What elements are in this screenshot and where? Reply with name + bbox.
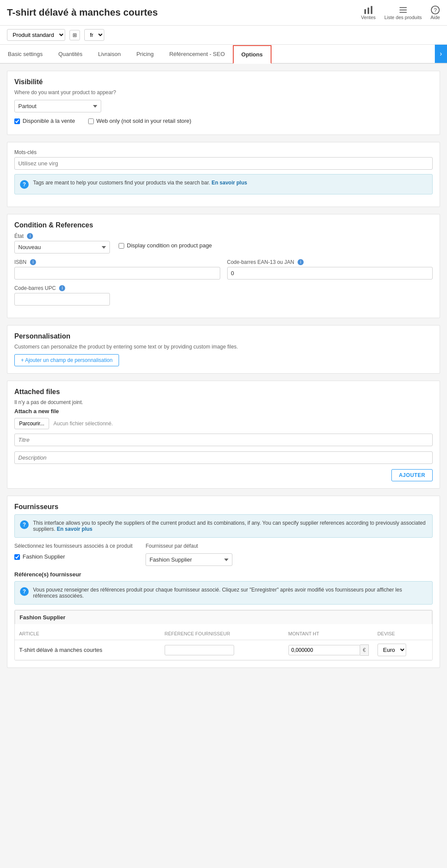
disponible-checkbox[interactable] xyxy=(14,118,20,124)
etat-select[interactable]: Nouveau xyxy=(14,241,110,253)
tab-next-arrow[interactable]: › xyxy=(435,45,447,63)
tabs-bar: Basic settings Quantités Livraison Prici… xyxy=(0,45,447,64)
select-fournisseurs-label: Sélectionnez les fournisseurs associés à… xyxy=(14,543,132,549)
personalisation-section: Personnalisation Customers can personali… xyxy=(7,325,440,374)
mots-cles-section: Mots-clés ? Tags are meant to help your … xyxy=(7,142,440,207)
svg-rect-1 xyxy=(368,8,369,14)
webonly-checkbox[interactable] xyxy=(88,118,94,124)
tab-seo[interactable]: Référencement - SEO xyxy=(162,46,233,62)
no-file-text: Aucun fichier sélectionné. xyxy=(53,421,113,427)
fashion-supplier-label: Fashion Supplier xyxy=(23,553,65,560)
fournisseurs-info-icon: ? xyxy=(20,520,29,529)
visibility-select[interactable]: Partout xyxy=(14,100,101,112)
reference-info-box: ? Vous pouvez renseigner des références … xyxy=(14,581,433,605)
svg-text:?: ? xyxy=(434,7,437,13)
upc-info-icon[interactable]: i xyxy=(59,285,65,291)
tags-info-text: Tags are meant to help your customers fi… xyxy=(33,180,247,186)
default-fournisseur-label: Fournisseur par défaut xyxy=(146,543,232,549)
row-reference xyxy=(160,640,284,660)
ventes-nav[interactable]: Ventes xyxy=(361,5,376,20)
main-content: Visibilité Where do you want your produc… xyxy=(0,64,447,682)
isbn-group: ISBN i xyxy=(14,259,220,279)
row-article: T-shirt délavé à manches courtes xyxy=(15,640,160,660)
product-type-select[interactable]: Produit standard xyxy=(7,29,65,41)
col-devise: DEVISE xyxy=(373,628,432,640)
question-icon: ? xyxy=(430,5,440,15)
titre-group xyxy=(14,434,433,446)
attach-new-label: Attach a new file xyxy=(14,408,433,414)
browse-button[interactable]: Parcourir... xyxy=(14,418,49,429)
fashion-supplier-checkbox-group: Fashion Supplier xyxy=(14,553,132,560)
top-nav: Ventes Liste des produits ? Aide xyxy=(361,5,440,20)
tab-livraison[interactable]: Livraison xyxy=(90,46,129,62)
ean-info-icon[interactable]: i xyxy=(298,259,304,265)
visibility-dropdown-group: Partout xyxy=(14,100,433,112)
isbn-input[interactable] xyxy=(14,267,220,279)
row-montant: € xyxy=(284,640,373,660)
svg-rect-3 xyxy=(400,7,407,8)
fournisseurs-title: Fournisseurs xyxy=(14,503,433,511)
supplier-table-section: Fashion Supplier ARTICLE RÉFÉRENCE FOURN… xyxy=(14,610,433,661)
page-title: T-shirt délavé à manches courtes xyxy=(7,7,158,18)
webonly-label: Web only (not sold in your retail store) xyxy=(96,118,192,124)
file-row: Parcourir... Aucun fichier sélectionné. xyxy=(14,418,433,429)
devise-select[interactable]: Euro xyxy=(377,644,406,656)
upc-input[interactable] xyxy=(14,293,110,306)
supplier-table: ARTICLE RÉFÉRENCE FOURNISSEUR MONTANT HT… xyxy=(15,628,432,660)
reference-info-icon: ? xyxy=(20,587,29,596)
titre-input[interactable] xyxy=(14,434,433,446)
svg-rect-4 xyxy=(400,10,407,10)
isbn-ean-row: ISBN i Code-barres EAN-13 ou JAN i xyxy=(14,259,433,285)
description-input[interactable] xyxy=(14,451,433,464)
currency-symbol: € xyxy=(360,644,369,656)
svg-rect-0 xyxy=(364,9,366,14)
visibility-section: Visibilité Where do you want your produc… xyxy=(7,71,440,135)
montant-input[interactable] xyxy=(288,645,361,655)
lang-select[interactable]: fr xyxy=(84,29,104,41)
etat-info-icon[interactable]: i xyxy=(27,233,33,239)
fashion-supplier-checkbox[interactable] xyxy=(14,554,20,560)
tags-info-box: ? Tags are meant to help your customers … xyxy=(14,174,433,194)
fournisseurs-info-box: ? This interface allows you to specify t… xyxy=(14,514,433,538)
ean-input[interactable] xyxy=(227,267,433,279)
fournisseur-select-row: Sélectionnez les fournisseurs associés à… xyxy=(14,543,433,566)
montant-input-group: € xyxy=(288,644,369,656)
grid-view-button[interactable]: ⊞ xyxy=(70,30,80,40)
toolbar: Produit standard ⊞ fr xyxy=(0,26,447,45)
row-devise: Euro xyxy=(373,640,432,660)
personalisation-subtitle: Customers can personalize the product by… xyxy=(14,344,433,350)
default-fournisseur-select[interactable]: Fashion Supplier xyxy=(146,553,232,566)
upc-label: Code-barres UPC i xyxy=(14,285,65,291)
fournisseurs-section: Fournisseurs ? This interface allows you… xyxy=(7,496,440,668)
ean-group: Code-barres EAN-13 ou JAN i xyxy=(227,259,433,279)
supplier-table-title: Fashion Supplier xyxy=(15,610,432,624)
mots-cles-label: Mots-clés xyxy=(14,149,433,155)
reference-input[interactable] xyxy=(165,645,234,655)
isbn-info-icon[interactable]: i xyxy=(30,259,36,265)
visibility-dropdown-wrapper: Partout xyxy=(14,100,101,112)
svg-rect-5 xyxy=(400,12,407,13)
ajouter-button[interactable]: AJOUTER xyxy=(391,469,433,481)
aide-nav[interactable]: ? Aide xyxy=(430,5,440,20)
webonly-checkbox-group: Web only (not sold in your retail store) xyxy=(88,118,192,124)
mots-cles-input[interactable] xyxy=(14,157,433,170)
supplier-table-header-row: ARTICLE RÉFÉRENCE FOURNISSEUR MONTANT HT… xyxy=(15,628,432,640)
condition-title: Condition & References xyxy=(14,221,433,229)
col-article: ARTICLE xyxy=(15,628,160,640)
fournisseurs-info-link[interactable]: En savoir plus xyxy=(57,526,93,532)
no-document-text: Il n'y a pas de document joint. xyxy=(14,399,433,405)
tab-options[interactable]: Options xyxy=(233,45,272,64)
tab-pricing[interactable]: Pricing xyxy=(129,46,162,62)
liste-nav[interactable]: Liste des produits xyxy=(384,5,422,20)
table-row: T-shirt délavé à manches courtes € xyxy=(15,640,432,660)
list-icon xyxy=(398,5,408,15)
display-condition-checkbox[interactable] xyxy=(119,243,124,249)
display-condition-group: Display condition on product page xyxy=(119,242,212,249)
disponible-label: Disponible à la vente xyxy=(23,118,75,124)
fournisseurs-info-text: This interface allows you to specify the… xyxy=(33,520,427,532)
add-personalization-button[interactable]: + Ajouter un champ de personnalisation xyxy=(14,354,119,366)
tab-quantites[interactable]: Quantités xyxy=(50,46,90,62)
tab-basic[interactable]: Basic settings xyxy=(0,46,50,62)
info-icon: ? xyxy=(20,180,29,189)
tags-info-link[interactable]: En savoir plus xyxy=(212,180,247,186)
